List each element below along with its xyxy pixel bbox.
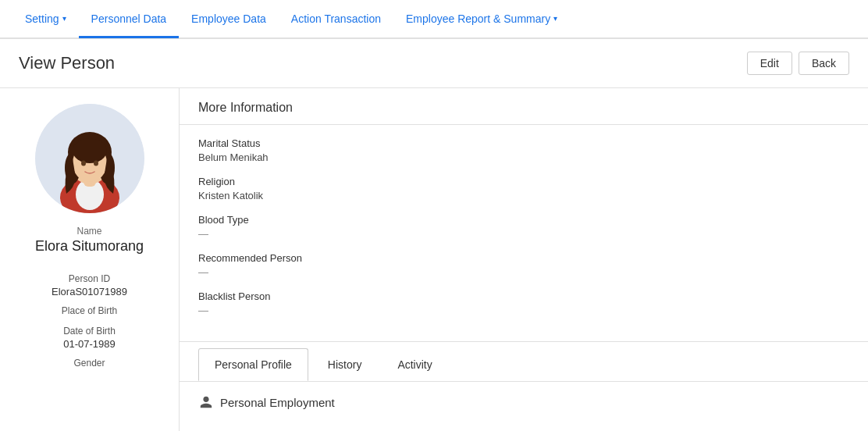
nav-personnel-data[interactable]: Personnel Data: [79, 1, 180, 38]
page-title: View Person: [19, 53, 115, 73]
right-panel: More Information Marital Status Belum Me…: [180, 88, 868, 431]
marital-status-value: Belum Menikah: [198, 151, 849, 163]
sidebar-name-section: Name Elora Situmorang: [16, 226, 163, 265]
person-icon: [198, 394, 214, 410]
svg-point-11: [94, 161, 98, 166]
recommended-person-label: Recommended Person: [198, 252, 849, 264]
tab-personal-profile-label: Personal Profile: [215, 358, 292, 371]
svg-point-10: [81, 161, 86, 166]
nav-setting[interactable]: Setting ▾: [12, 1, 79, 38]
tab-activity[interactable]: Activity: [381, 348, 448, 381]
header-buttons: Edit Back: [747, 52, 849, 75]
tabs-row: Personal Profile History Activity: [180, 341, 868, 382]
avatar-image: [35, 104, 144, 213]
name-value: Elora Situmorang: [16, 238, 163, 255]
person-id-label: Person ID: [16, 273, 163, 284]
back-button[interactable]: Back: [799, 52, 849, 75]
sidebar-place-of-birth-section: Place of Birth: [16, 305, 163, 318]
recommended-person-value: —: [198, 266, 849, 278]
setting-caret-icon: ▾: [62, 14, 66, 23]
religion-label: Religion: [198, 176, 849, 187]
place-of-birth-label: Place of Birth: [16, 305, 163, 316]
gender-label: Gender: [16, 358, 163, 369]
tab-content: Personal Employment: [180, 382, 868, 422]
sidebar-date-of-birth-section: Date of Birth 01-07-1989: [16, 326, 163, 350]
sidebar-person-id-section: Person ID EloraS01071989: [16, 273, 163, 297]
tab-history-label: History: [328, 358, 362, 371]
info-grid: Marital Status Belum Menikah Religion Kr…: [180, 125, 868, 341]
blood-type-field: Blood Type —: [198, 214, 849, 240]
marital-status-field: Marital Status Belum Menikah: [198, 137, 849, 163]
name-label: Name: [16, 226, 163, 237]
recommended-person-field: Recommended Person —: [198, 252, 849, 278]
tab-activity-label: Activity: [397, 358, 432, 371]
person-id-value: EloraS01071989: [16, 286, 163, 297]
main-content: Name Elora Situmorang Person ID EloraS01…: [0, 88, 868, 431]
nav-employee-data-label: Employee Data: [191, 12, 266, 25]
personal-employment-label: Personal Employment: [220, 396, 335, 409]
nav-action-transaction-label: Action Transaction: [291, 12, 381, 25]
nav-employee-report[interactable]: Employee Report & Summary ▾: [393, 1, 570, 38]
date-of-birth-value: 01-07-1989: [16, 338, 163, 350]
nav-personnel-data-label: Personnel Data: [91, 12, 167, 25]
date-of-birth-label: Date of Birth: [16, 326, 163, 337]
avatar: [35, 104, 144, 213]
marital-status-label: Marital Status: [198, 137, 849, 149]
nav-employee-data[interactable]: Employee Data: [179, 1, 279, 38]
sidebar-gender-section: Gender: [16, 358, 163, 370]
blood-type-value: —: [198, 228, 849, 240]
blood-type-label: Blood Type: [198, 214, 849, 226]
page-header: View Person Edit Back: [0, 39, 868, 88]
top-nav: Setting ▾ Personnel Data Employee Data A…: [0, 0, 868, 39]
tab-personal-profile[interactable]: Personal Profile: [198, 348, 308, 381]
more-info-title: More Information: [180, 88, 868, 125]
nav-employee-report-label: Employee Report & Summary: [406, 12, 550, 25]
edit-button[interactable]: Edit: [747, 52, 792, 75]
sidebar: Name Elora Situmorang Person ID EloraS01…: [0, 88, 180, 431]
tab-history[interactable]: History: [311, 348, 379, 381]
religion-field: Religion Kristen Katolik: [198, 176, 849, 201]
religion-value: Kristen Katolik: [198, 190, 849, 201]
personal-employment-header: Personal Employment: [198, 394, 849, 410]
employee-report-caret-icon: ▾: [553, 14, 557, 23]
blacklist-person-field: Blacklist Person —: [198, 290, 849, 316]
blacklist-person-value: —: [198, 305, 849, 316]
nav-setting-label: Setting: [25, 12, 59, 25]
blacklist-person-label: Blacklist Person: [198, 290, 849, 302]
svg-point-9: [73, 138, 107, 163]
nav-action-transaction[interactable]: Action Transaction: [279, 1, 393, 38]
